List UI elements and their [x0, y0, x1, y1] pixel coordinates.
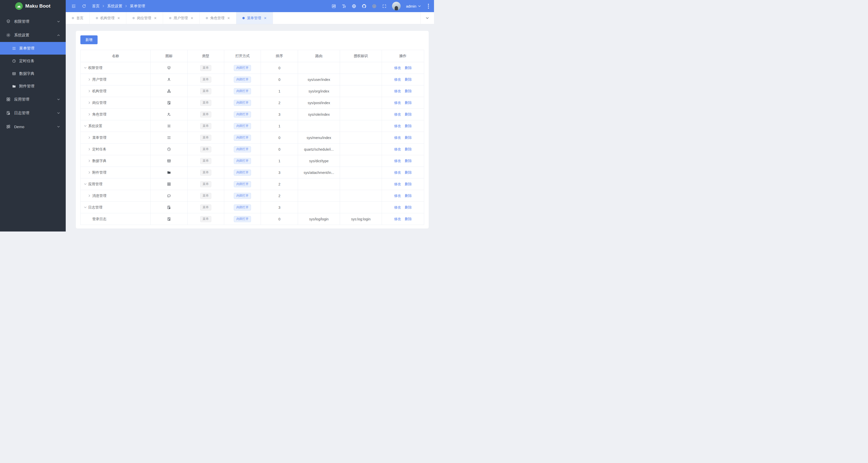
expand-down-icon[interactable]	[84, 124, 87, 128]
expand-right-icon[interactable]	[88, 90, 91, 93]
close-icon[interactable]	[227, 17, 230, 20]
permission-value	[340, 74, 382, 86]
breadcrumb-separator-icon	[102, 5, 105, 7]
sidebar-subitem[interactable]: 附件管理	[0, 80, 66, 92]
gitee-icon[interactable]	[372, 4, 377, 9]
type-badge: 菜单	[200, 65, 211, 71]
delete-link[interactable]: 删除	[405, 124, 412, 128]
sidebar-item[interactable]: 应用管理	[0, 92, 66, 106]
tab-item[interactable]: 岗位管理	[126, 12, 163, 24]
tabs-dropdown-button[interactable]	[420, 12, 434, 24]
sidebar-subitem[interactable]: 菜单管理	[0, 42, 66, 55]
delete-link[interactable]: 删除	[405, 171, 412, 175]
delete-link[interactable]: 删除	[405, 112, 412, 116]
chevron-up-icon	[57, 34, 60, 37]
more-icon[interactable]	[426, 3, 430, 9]
open-mode-badge: 内部打开	[234, 123, 251, 129]
expand-right-icon[interactable]	[88, 78, 91, 81]
font-size-icon[interactable]	[341, 4, 346, 9]
translate-icon[interactable]	[331, 4, 336, 9]
delete-link[interactable]: 删除	[405, 66, 412, 70]
tab-item[interactable]: 机构管理	[90, 12, 126, 24]
post-icon	[167, 100, 171, 105]
menu-name: 权限管理	[88, 66, 102, 70]
tab-item[interactable]: 用户管理	[163, 12, 200, 24]
edit-link[interactable]: 修改	[394, 205, 401, 209]
expand-right-icon[interactable]	[88, 113, 91, 116]
edit-link[interactable]: 修改	[394, 66, 401, 70]
expand-down-icon[interactable]	[84, 206, 87, 209]
github-icon[interactable]	[362, 4, 367, 9]
sidebar-item-label: 应用管理	[14, 97, 57, 102]
delete-link[interactable]: 删除	[405, 159, 412, 163]
globe-icon[interactable]	[351, 4, 356, 9]
expand-right-icon[interactable]	[88, 194, 91, 197]
expand-right-icon[interactable]	[88, 159, 91, 162]
edit-link[interactable]: 修改	[394, 78, 401, 82]
close-icon[interactable]	[154, 17, 157, 20]
open-mode-badge: 内部打开	[234, 100, 251, 106]
delete-link[interactable]: 删除	[405, 135, 412, 140]
expand-down-icon[interactable]	[84, 66, 87, 69]
menu-name: 岗位管理	[92, 100, 106, 105]
tab-item[interactable]: 菜单管理	[236, 12, 273, 24]
sidebar-item[interactable]: Demo	[0, 120, 66, 133]
user-menu[interactable]: admin	[406, 4, 421, 8]
breadcrumb-separator-icon	[125, 5, 128, 7]
type-badge: 菜单	[200, 193, 211, 199]
grid-icon	[6, 97, 11, 102]
brand: Maku Boot	[0, 0, 66, 12]
menu-name: 应用管理	[88, 182, 102, 187]
sidebar-item[interactable]: 系统设置	[0, 28, 66, 42]
close-icon[interactable]	[264, 17, 267, 20]
open-mode-badge: 内部打开	[234, 88, 251, 94]
tab-item[interactable]: 角色管理	[200, 12, 236, 24]
delete-link[interactable]: 删除	[405, 217, 412, 221]
delete-link[interactable]: 删除	[405, 89, 412, 93]
delete-link[interactable]: 删除	[405, 193, 412, 197]
edit-link[interactable]: 修改	[394, 193, 401, 197]
edit-link[interactable]: 修改	[394, 112, 401, 116]
delete-link[interactable]: 删除	[405, 205, 412, 209]
user-avatar[interactable]	[392, 2, 401, 10]
menu-name: 日志管理	[88, 205, 102, 210]
close-icon[interactable]	[191, 17, 193, 20]
fullscreen-icon[interactable]	[382, 4, 387, 9]
expand-down-icon[interactable]	[84, 183, 87, 186]
breadcrumb-item: 菜单管理	[130, 4, 145, 9]
edit-link[interactable]: 修改	[394, 159, 401, 163]
edit-link[interactable]: 修改	[394, 171, 401, 175]
delete-link[interactable]: 删除	[405, 182, 412, 186]
collapse-sidebar-icon[interactable]	[71, 4, 76, 9]
expand-right-icon[interactable]	[88, 171, 91, 174]
delete-link[interactable]: 删除	[405, 78, 412, 82]
sidebar-item[interactable]: 权限管理	[0, 15, 66, 28]
edit-link[interactable]: 修改	[394, 89, 401, 93]
close-icon[interactable]	[117, 17, 120, 20]
expand-right-icon[interactable]	[88, 101, 91, 104]
breadcrumb-item[interactable]: 系统设置	[107, 4, 122, 9]
table-row: 用户管理菜单内部打开0sys/user/index修改删除	[81, 74, 424, 86]
edit-link[interactable]: 修改	[394, 100, 401, 104]
edit-link[interactable]: 修改	[394, 147, 401, 151]
edit-link[interactable]: 修改	[394, 217, 401, 221]
delete-link[interactable]: 删除	[405, 100, 412, 104]
sidebar-subitem[interactable]: 数据字典	[0, 67, 66, 80]
add-button[interactable]: 新增	[81, 35, 98, 44]
refresh-icon[interactable]	[82, 4, 87, 9]
edit-link[interactable]: 修改	[394, 135, 401, 140]
breadcrumb-item[interactable]: 首页	[92, 4, 100, 9]
delete-link[interactable]: 删除	[405, 147, 412, 151]
edit-link[interactable]: 修改	[394, 124, 401, 128]
menu-icon	[12, 46, 16, 51]
post-icon	[167, 217, 171, 221]
clock-icon	[167, 147, 171, 151]
expand-right-icon[interactable]	[88, 136, 91, 139]
demo-icon	[6, 124, 11, 129]
edit-link[interactable]: 修改	[394, 182, 401, 186]
sidebar-item[interactable]: 日志管理	[0, 106, 66, 120]
tab-item[interactable]: 首页	[66, 12, 90, 24]
open-mode-badge: 内部打开	[234, 135, 251, 141]
expand-right-icon[interactable]	[88, 148, 91, 151]
sidebar-subitem[interactable]: 定时任务	[0, 55, 66, 67]
